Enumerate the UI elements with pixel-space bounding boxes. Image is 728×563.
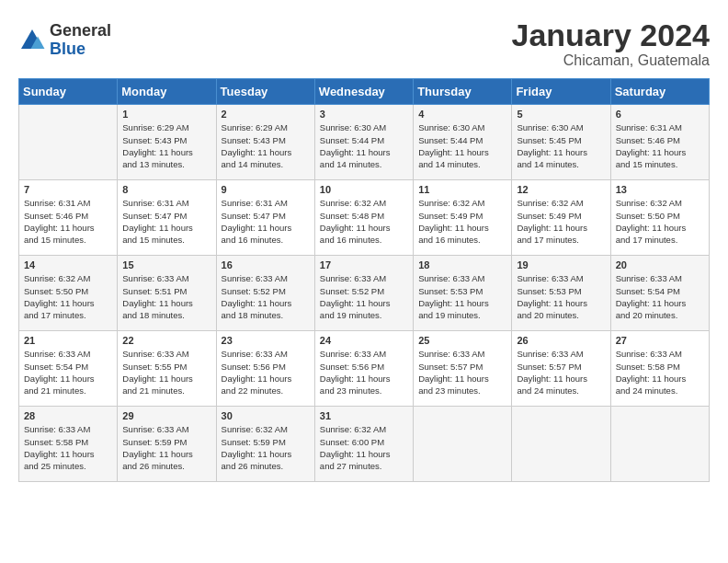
day-number: 11 [418, 184, 506, 195]
logo: General Blue [18, 22, 111, 59]
day-number: 26 [517, 335, 605, 346]
day-number: 13 [616, 184, 704, 195]
day-cell: 15Sunrise: 6:33 AMSunset: 5:51 PMDayligh… [118, 256, 216, 331]
logo-blue-text: Blue [50, 40, 111, 59]
day-cell: 8Sunrise: 6:31 AMSunset: 5:47 PMDaylight… [118, 180, 216, 256]
day-cell: 16Sunrise: 6:33 AMSunset: 5:52 PMDayligh… [216, 256, 314, 331]
day-cell: 17Sunrise: 6:33 AMSunset: 5:52 PMDayligh… [314, 256, 413, 331]
title-section: January 2024 Chicaman, Guatemala [512, 18, 711, 69]
day-info: Sunrise: 6:33 AMSunset: 5:54 PMDaylight:… [24, 348, 112, 396]
day-number: 7 [24, 184, 112, 195]
day-info: Sunrise: 6:32 AMSunset: 5:59 PMDaylight:… [222, 423, 310, 472]
day-info: Sunrise: 6:33 AMSunset: 5:59 PMDaylight:… [122, 423, 210, 472]
day-info: Sunrise: 6:33 AMSunset: 5:58 PMDaylight:… [616, 348, 704, 396]
week-row-1: 1Sunrise: 6:29 AMSunset: 5:43 PMDaylight… [19, 105, 710, 180]
day-info: Sunrise: 6:30 AMSunset: 5:44 PMDaylight:… [320, 121, 408, 170]
month-title: January 2024 [512, 18, 711, 52]
day-info: Sunrise: 6:33 AMSunset: 5:53 PMDaylight:… [418, 272, 506, 321]
day-info: Sunrise: 6:33 AMSunset: 5:51 PMDaylight:… [122, 272, 210, 321]
day-info: Sunrise: 6:33 AMSunset: 5:56 PMDaylight:… [320, 348, 408, 396]
day-info: Sunrise: 6:31 AMSunset: 5:47 PMDaylight:… [222, 197, 310, 246]
day-number: 18 [418, 259, 506, 270]
day-number: 5 [517, 109, 605, 120]
header-cell-friday: Friday [512, 79, 610, 105]
day-cell [512, 407, 610, 482]
day-cell: 19Sunrise: 6:33 AMSunset: 5:53 PMDayligh… [512, 256, 610, 331]
day-cell: 12Sunrise: 6:32 AMSunset: 5:49 PMDayligh… [512, 180, 610, 256]
day-number: 29 [122, 410, 210, 421]
day-info: Sunrise: 6:33 AMSunset: 5:58 PMDaylight:… [24, 423, 112, 472]
day-cell: 26Sunrise: 6:33 AMSunset: 5:57 PMDayligh… [512, 331, 610, 407]
header-cell-monday: Monday [118, 79, 216, 105]
day-info: Sunrise: 6:33 AMSunset: 5:54 PMDaylight:… [616, 272, 704, 321]
day-info: Sunrise: 6:31 AMSunset: 5:47 PMDaylight:… [122, 197, 210, 246]
day-info: Sunrise: 6:33 AMSunset: 5:56 PMDaylight:… [222, 348, 310, 396]
week-row-5: 28Sunrise: 6:33 AMSunset: 5:58 PMDayligh… [19, 407, 710, 482]
day-number: 30 [222, 410, 310, 421]
day-number: 1 [122, 109, 210, 120]
day-cell: 25Sunrise: 6:33 AMSunset: 5:57 PMDayligh… [414, 331, 512, 407]
header-cell-thursday: Thursday [414, 79, 512, 105]
day-number: 4 [418, 109, 506, 120]
day-info: Sunrise: 6:33 AMSunset: 5:57 PMDaylight:… [517, 348, 605, 396]
day-number: 27 [616, 335, 704, 346]
header-row: SundayMondayTuesdayWednesdayThursdayFrid… [19, 79, 710, 105]
day-info: Sunrise: 6:31 AMSunset: 5:46 PMDaylight:… [616, 121, 704, 170]
day-cell: 21Sunrise: 6:33 AMSunset: 5:54 PMDayligh… [19, 331, 118, 407]
day-number: 25 [418, 335, 506, 346]
header-cell-saturday: Saturday [610, 79, 709, 105]
day-number: 22 [122, 335, 210, 346]
day-cell: 14Sunrise: 6:32 AMSunset: 5:50 PMDayligh… [19, 256, 118, 331]
day-cell: 28Sunrise: 6:33 AMSunset: 5:58 PMDayligh… [19, 407, 118, 482]
day-number: 10 [320, 184, 408, 195]
week-row-2: 7Sunrise: 6:31 AMSunset: 5:46 PMDaylight… [19, 180, 710, 256]
day-info: Sunrise: 6:32 AMSunset: 5:50 PMDaylight:… [24, 272, 112, 321]
day-info: Sunrise: 6:29 AMSunset: 5:43 PMDaylight:… [222, 121, 310, 170]
day-info: Sunrise: 6:32 AMSunset: 5:49 PMDaylight:… [517, 197, 605, 246]
day-cell: 5Sunrise: 6:30 AMSunset: 5:45 PMDaylight… [512, 105, 610, 180]
day-cell: 6Sunrise: 6:31 AMSunset: 5:46 PMDaylight… [610, 105, 709, 180]
week-row-3: 14Sunrise: 6:32 AMSunset: 5:50 PMDayligh… [19, 256, 710, 331]
logo-text: General Blue [50, 22, 111, 59]
day-number: 2 [222, 109, 310, 120]
day-info: Sunrise: 6:33 AMSunset: 5:57 PMDaylight:… [418, 348, 506, 396]
day-info: Sunrise: 6:33 AMSunset: 5:55 PMDaylight:… [122, 348, 210, 396]
day-info: Sunrise: 6:31 AMSunset: 5:46 PMDaylight:… [24, 197, 112, 246]
day-info: Sunrise: 6:30 AMSunset: 5:45 PMDaylight:… [517, 121, 605, 170]
day-cell: 24Sunrise: 6:33 AMSunset: 5:56 PMDayligh… [314, 331, 413, 407]
day-cell: 3Sunrise: 6:30 AMSunset: 5:44 PMDaylight… [314, 105, 413, 180]
day-cell: 2Sunrise: 6:29 AMSunset: 5:43 PMDaylight… [216, 105, 314, 180]
day-number: 17 [320, 259, 408, 270]
day-number: 8 [122, 184, 210, 195]
day-number: 12 [517, 184, 605, 195]
day-number: 20 [616, 259, 704, 270]
day-number: 16 [222, 259, 310, 270]
calendar-table: SundayMondayTuesdayWednesdayThursdayFrid… [18, 78, 710, 482]
day-cell: 31Sunrise: 6:32 AMSunset: 6:00 PMDayligh… [314, 407, 413, 482]
day-number: 24 [320, 335, 408, 346]
day-info: Sunrise: 6:29 AMSunset: 5:43 PMDaylight:… [122, 121, 210, 170]
day-number: 3 [320, 109, 408, 120]
week-row-4: 21Sunrise: 6:33 AMSunset: 5:54 PMDayligh… [19, 331, 710, 407]
header-cell-tuesday: Tuesday [216, 79, 314, 105]
day-cell: 23Sunrise: 6:33 AMSunset: 5:56 PMDayligh… [216, 331, 314, 407]
header-cell-sunday: Sunday [19, 79, 118, 105]
day-cell: 4Sunrise: 6:30 AMSunset: 5:44 PMDaylight… [414, 105, 512, 180]
header-cell-wednesday: Wednesday [314, 79, 413, 105]
day-cell [610, 407, 709, 482]
day-cell: 29Sunrise: 6:33 AMSunset: 5:59 PMDayligh… [118, 407, 216, 482]
day-cell: 20Sunrise: 6:33 AMSunset: 5:54 PMDayligh… [610, 256, 709, 331]
day-number: 19 [517, 259, 605, 270]
day-cell: 10Sunrise: 6:32 AMSunset: 5:48 PMDayligh… [314, 180, 413, 256]
day-info: Sunrise: 6:33 AMSunset: 5:52 PMDaylight:… [320, 272, 408, 321]
day-number: 6 [616, 109, 704, 120]
header: General Blue January 2024 Chicaman, Guat… [18, 18, 710, 69]
day-cell: 30Sunrise: 6:32 AMSunset: 5:59 PMDayligh… [216, 407, 314, 482]
day-number: 28 [24, 410, 112, 421]
logo-general-text: General [50, 22, 111, 40]
day-number: 31 [320, 410, 408, 421]
day-info: Sunrise: 6:32 AMSunset: 5:50 PMDaylight:… [616, 197, 704, 246]
day-info: Sunrise: 6:33 AMSunset: 5:52 PMDaylight:… [222, 272, 310, 321]
day-cell: 27Sunrise: 6:33 AMSunset: 5:58 PMDayligh… [610, 331, 709, 407]
day-number: 14 [24, 259, 112, 270]
